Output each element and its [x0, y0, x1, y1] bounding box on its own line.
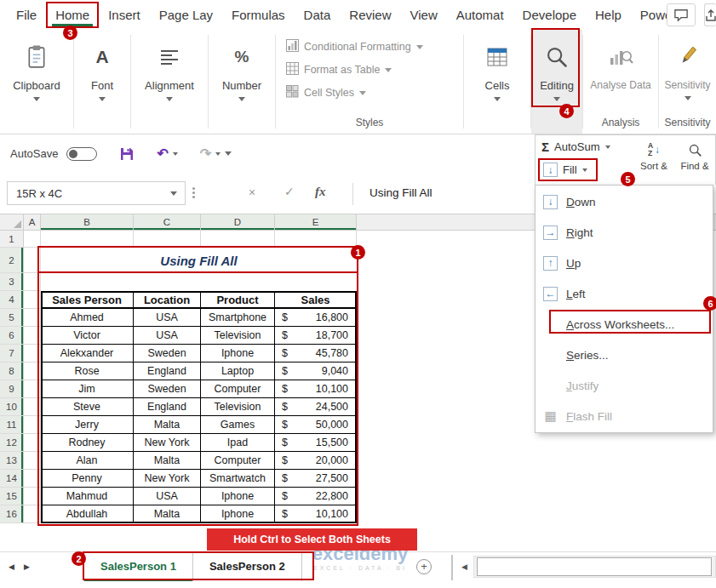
cell-B5[interactable]: Ahmed	[41, 309, 134, 327]
cell-E15[interactable]: $22,800	[275, 488, 357, 505]
cell-B9[interactable]: Jim	[41, 380, 134, 398]
cell-B10[interactable]: Steve	[41, 398, 134, 416]
cell-D7[interactable]: Iphone	[201, 345, 275, 363]
cell-E6[interactable]: $18,700	[275, 327, 357, 345]
cell-B15[interactable]: Mahmud	[41, 488, 134, 505]
cell-B6[interactable]: Victor	[41, 327, 134, 345]
cell-A10[interactable]	[24, 398, 41, 416]
cell-A9[interactable]	[24, 380, 41, 398]
ribbon-tab-view[interactable]: View	[400, 0, 446, 30]
header-cell-location[interactable]: Location	[134, 291, 201, 309]
cell-D16[interactable]: Iphone	[201, 505, 275, 523]
fill-menu-item-series[interactable]: Series...	[536, 340, 713, 370]
row-header-9[interactable]: 9	[0, 380, 24, 398]
cell-A13[interactable]	[24, 452, 41, 470]
cell-C16[interactable]: Malta	[134, 505, 201, 523]
cell-E8[interactable]: $9,040	[275, 363, 357, 380]
drag-handle-icon[interactable]	[192, 187, 195, 190]
cell-E3[interactable]	[275, 273, 357, 291]
cell-B7[interactable]: Alekxander	[41, 345, 134, 363]
name-box[interactable]: 15R x 4C	[7, 181, 186, 205]
header-cell-sales-person[interactable]: Sales Person	[41, 291, 134, 309]
cell-E7[interactable]: $45,780	[275, 345, 357, 363]
row-header-10[interactable]: 10	[0, 398, 24, 416]
insert-function-icon[interactable]: fx	[315, 185, 326, 199]
ribbon-tab-develope[interactable]: Develope	[513, 0, 586, 30]
enter-icon[interactable]: ✓	[284, 185, 295, 198]
row-header-6[interactable]: 6	[0, 327, 24, 345]
cell-A11[interactable]	[24, 416, 41, 434]
cell-E16[interactable]: $10,100	[275, 505, 357, 523]
cell-D5[interactable]: Smartphone	[201, 309, 275, 327]
row-header-5[interactable]: 5	[0, 309, 24, 327]
cell-A15[interactable]	[24, 488, 41, 505]
column-header-D[interactable]: D	[201, 214, 275, 231]
header-cell-sales[interactable]: Sales	[275, 291, 357, 309]
cell-C1[interactable]	[134, 231, 201, 248]
cell-A4[interactable]	[24, 291, 41, 309]
ribbon-tab-home[interactable]: Home	[46, 2, 99, 28]
styles-item-format-as-table[interactable]: Format as Table	[286, 62, 423, 77]
cell-D8[interactable]: Laptop	[201, 363, 275, 380]
cell-A6[interactable]	[24, 327, 41, 345]
cell-C11[interactable]: Malta	[134, 416, 201, 434]
cell-D13[interactable]: Computer	[201, 452, 275, 470]
formula-bar-value[interactable]: Using Fill All	[369, 186, 432, 199]
cell-C5[interactable]: USA	[134, 309, 201, 327]
cell-B13[interactable]: Alan	[41, 452, 134, 470]
ribbon-tab-help[interactable]: Help	[586, 0, 631, 30]
ribbon-group-sensitivity[interactable]: Sensitivity Sensitivity	[659, 30, 716, 134]
cell-D1[interactable]	[201, 231, 275, 248]
cell-C12[interactable]: New York	[134, 434, 201, 452]
row-header-8[interactable]: 8	[0, 363, 24, 380]
row-header-13[interactable]: 13	[0, 452, 24, 470]
cell-B11[interactable]: Jerry	[41, 416, 134, 434]
horizontal-scrollbar-thumb[interactable]	[477, 557, 712, 576]
fill-menu-item-down[interactable]: ↓Down	[536, 186, 713, 217]
cell-B1[interactable]	[41, 231, 134, 248]
ribbon-tab-automat[interactable]: Automat	[447, 0, 513, 30]
cell-D3[interactable]	[201, 273, 275, 291]
cell-B14[interactable]: Penny	[41, 470, 134, 488]
ribbon-group-font[interactable]: A Font	[74, 30, 130, 134]
sort-filter-button[interactable]: AZ ↓ Sort &	[634, 139, 673, 171]
cell-E10[interactable]: $24,500	[275, 398, 357, 416]
cell-C7[interactable]: Sweden	[134, 345, 201, 363]
cell-E11[interactable]: $50,000	[275, 416, 357, 434]
cell-A14[interactable]	[24, 470, 41, 488]
styles-item-cell-styles[interactable]: Cell Styles	[286, 85, 423, 100]
share-button[interactable]	[704, 3, 716, 26]
row-header-15[interactable]: 15	[0, 488, 24, 505]
row-header-14[interactable]: 14	[0, 470, 24, 488]
ribbon-tab-data[interactable]: Data	[295, 0, 341, 30]
cell-C10[interactable]: England	[134, 398, 201, 416]
ribbon-tab-insert[interactable]: Insert	[99, 0, 150, 30]
cell-D10[interactable]: Television	[201, 398, 275, 416]
column-header-E[interactable]: E	[275, 214, 357, 231]
chevron-down-icon[interactable]	[173, 152, 178, 156]
find-select-button[interactable]: Find &	[675, 139, 714, 171]
cell-E9[interactable]: $10,100	[275, 380, 357, 398]
cell-D9[interactable]: Computer	[201, 380, 275, 398]
ribbon-group-clipboard[interactable]: Clipboard	[0, 30, 73, 134]
row-header-3[interactable]: 3	[0, 273, 24, 291]
ribbon-group-cells[interactable]: Cells	[464, 30, 530, 134]
row-header-4[interactable]: 4	[0, 291, 24, 309]
sheet-tab-salesperson-1[interactable]: SalesPerson 1	[84, 553, 193, 581]
cell-A12[interactable]	[24, 434, 41, 452]
fill-menu-item-left[interactable]: ←Left	[536, 278, 713, 309]
column-header-B[interactable]: B	[41, 214, 134, 231]
fill-menu-item-across-worksheets[interactable]: Across Worksheets...	[536, 309, 713, 340]
cell-E12[interactable]: $15,500	[275, 434, 357, 452]
cell-D15[interactable]: Iphone	[201, 488, 275, 505]
select-all-corner[interactable]	[0, 214, 24, 231]
cell-D6[interactable]: Television	[201, 327, 275, 345]
cell-C6[interactable]: USA	[134, 327, 201, 345]
cell-E14[interactable]: $27,500	[275, 470, 357, 488]
table-title-cell[interactable]: Using Fill All	[41, 248, 357, 273]
sheet-nav-right-icon[interactable]: ▶	[24, 562, 30, 571]
cell-A5[interactable]	[24, 309, 41, 327]
cell-D12[interactable]: Ipad	[201, 434, 275, 452]
autosave-toggle[interactable]	[66, 147, 97, 161]
row-header-2[interactable]: 2	[0, 248, 24, 273]
